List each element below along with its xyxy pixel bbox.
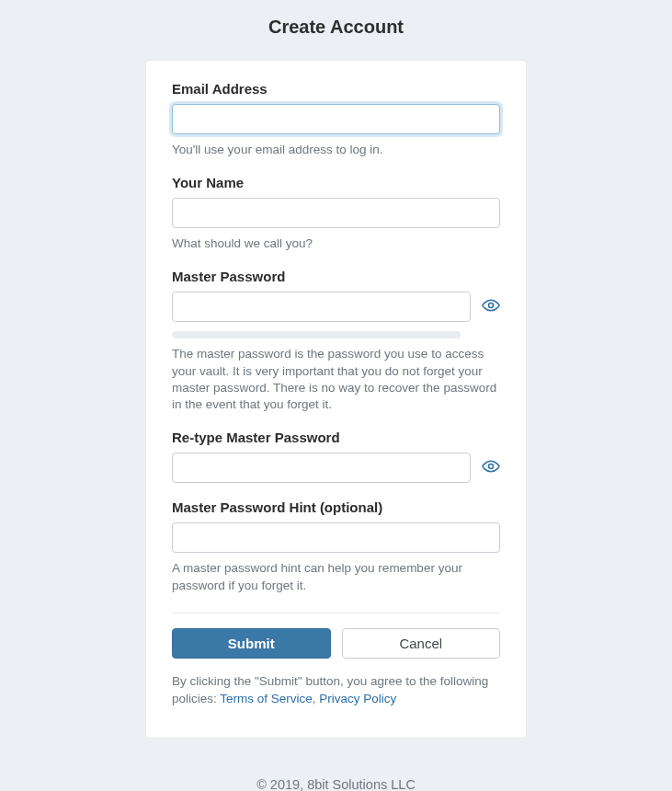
toggle-retype-password-visibility[interactable]: [482, 457, 500, 478]
hint-input[interactable]: [172, 522, 500, 553]
master-password-help: The master password is the password you …: [172, 346, 500, 413]
eye-icon: [482, 296, 500, 317]
name-help: What should we call you?: [172, 235, 500, 252]
master-password-label: Master Password: [172, 269, 500, 284]
password-strength-bar: [172, 331, 461, 338]
copyright-text: © 2019, 8bit Solutions LLC: [0, 775, 672, 791]
master-password-group: Master Password The master password is t…: [172, 269, 500, 413]
retype-master-password-label: Re-type Master Password: [172, 430, 500, 445]
hint-help: A master password hint can help you reme…: [172, 560, 500, 593]
privacy-policy-link[interactable]: Privacy Policy: [319, 692, 396, 705]
page-container: Create Account Email Address You'll use …: [0, 0, 672, 791]
page-title: Create Account: [0, 17, 672, 38]
name-input[interactable]: [172, 198, 500, 228]
name-group: Your Name What should we call you?: [172, 175, 500, 252]
svg-point-1: [489, 464, 494, 469]
email-help: You'll use your email address to log in.: [172, 142, 500, 158]
policy-text: By clicking the "Submit" button, you agr…: [172, 673, 500, 708]
cancel-button[interactable]: Cancel: [342, 628, 501, 659]
hint-label: Master Password Hint (optional): [172, 499, 500, 515]
divider: [172, 613, 500, 613]
toggle-master-password-visibility[interactable]: [482, 296, 500, 317]
email-group: Email Address You'll use your email addr…: [172, 81, 500, 158]
master-password-row: [172, 292, 500, 322]
terms-of-service-link[interactable]: Terms of Service: [220, 692, 313, 705]
eye-icon: [482, 457, 500, 478]
footer: © 2019, 8bit Solutions LLC Version 2.9.0: [0, 775, 672, 791]
name-label: Your Name: [172, 175, 500, 190]
retype-master-password-row: [172, 453, 500, 483]
retype-master-password-group: Re-type Master Password: [172, 430, 500, 483]
email-label: Email Address: [172, 81, 500, 97]
svg-point-0: [489, 304, 494, 308]
submit-button[interactable]: Submit: [172, 628, 331, 659]
create-account-card: Email Address You'll use your email addr…: [145, 60, 527, 739]
email-input[interactable]: [172, 104, 500, 134]
retype-master-password-input[interactable]: [172, 453, 471, 483]
master-password-input[interactable]: [172, 292, 471, 322]
button-row: Submit Cancel: [172, 628, 500, 659]
hint-group: Master Password Hint (optional) A master…: [172, 499, 500, 593]
